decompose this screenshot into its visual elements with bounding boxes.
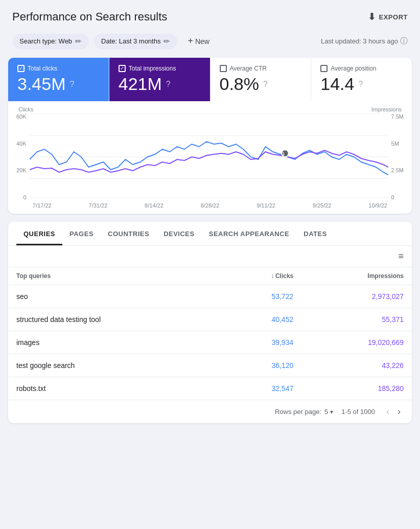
metrics-card: Total clicks 3.45M ? Total impressions 4… [8,58,412,214]
tab-queries[interactable]: QUERIES [16,222,62,245]
query-cell: images [8,331,220,354]
y-left-0: 0 [23,194,26,200]
y-right-75m: 7.5M [391,113,404,120]
export-label: EXPORT [379,13,408,21]
plus-icon: + [188,36,193,47]
table-row: test google search 36,120 43,226 [8,354,412,377]
y-left-40k: 40K [16,141,27,147]
svg-text:1: 1 [282,151,285,156]
query-cell: robots.txt [8,377,220,400]
table-toolbar: ≡ [8,246,412,267]
page-title: Performance on Search results [12,10,167,24]
x-label-6: 10/9/22 [368,202,387,209]
tabs-row: QUERIES PAGES COUNTRIES DEVICES SEARCH A… [8,222,412,246]
total-clicks-help-icon[interactable]: ? [70,80,75,89]
avg-position-label: Average position [331,65,376,72]
tab-devices[interactable]: DEVICES [156,222,202,245]
avg-position-help-icon[interactable]: ? [358,80,363,89]
col-header-impressions: Impressions [301,267,412,285]
metric-avg-position[interactable]: Average position 14.4 ? [311,58,412,101]
queries-table: Top queries ↓ Clicks Impressions seo 53,… [8,267,412,400]
clicks-cell: 36,120 [220,354,301,377]
x-label-1: 7/31/22 [89,202,108,209]
rows-per-page: Rows per page: 5 ▾ [275,408,333,416]
avg-ctr-help-icon[interactable]: ? [263,80,268,89]
date-label: Date: Last 3 months [101,37,160,45]
edit-icon: ✏ [75,37,82,46]
total-clicks-checkbox[interactable] [17,65,25,72]
x-label-4: 9/11/22 [256,202,275,209]
avg-position-value: 14.4 [320,74,354,94]
prev-page-button[interactable]: ‹ [383,405,392,418]
next-page-button[interactable]: › [394,405,404,418]
pagination-range: 1-5 of 1000 [341,408,375,416]
page-navigation: ‹ › [383,405,404,418]
y-right-5m: 5M [391,141,399,147]
edit-icon: ✏ [164,37,170,46]
filter-bar: Search type: Web ✏ Date: Last 3 months ✏… [0,29,420,58]
impressions-cell: 19,020,669 [301,331,412,354]
total-impressions-value: 421M [119,74,162,94]
search-type-filter[interactable]: Search type: Web ✏ [12,34,89,49]
x-label-3: 8/28/22 [201,202,220,209]
total-impressions-checkbox[interactable] [119,65,126,72]
clicks-axis-label: Clicks [18,106,33,112]
tab-dates[interactable]: DATES [296,222,334,245]
export-button[interactable]: ⬇ EXPORT [368,11,408,22]
search-type-label: Search type: Web [19,37,72,45]
tab-search-appearance[interactable]: SEARCH APPEARANCE [202,222,297,245]
tabs-card: QUERIES PAGES COUNTRIES DEVICES SEARCH A… [8,222,412,423]
tab-pages[interactable]: PAGES [62,222,101,245]
tab-countries[interactable]: COUNTRIES [101,222,156,245]
table-filter-button[interactable]: ≡ [398,251,404,262]
rows-per-page-label: Rows per page: [275,408,321,416]
new-button[interactable]: + New [182,33,215,50]
clicks-cell: 32,547 [220,377,301,400]
clicks-cell: 53,722 [220,285,301,308]
chart-area: Clicks Impressions 60K 40K 20K 0 [8,101,412,214]
y-left-20k: 20K [16,167,27,173]
total-impressions-help-icon[interactable]: ? [166,80,171,89]
impressions-cell: 185,280 [301,377,412,400]
impressions-cell: 43,226 [301,354,412,377]
avg-ctr-label: Average CTR [230,65,267,72]
clicks-cell: 40,452 [220,308,301,331]
total-clicks-value: 3.45M [17,74,66,94]
rows-per-page-select[interactable]: 5 ▾ [324,408,333,416]
help-icon[interactable]: ⓘ [400,36,408,46]
metric-avg-ctr[interactable]: Average CTR 0.8% ? [211,58,312,101]
rows-per-page-value: 5 [324,408,328,416]
x-label-5: 9/25/22 [313,202,332,209]
avg-position-checkbox[interactable] [320,65,328,72]
col-header-clicks[interactable]: ↓ Clicks [220,267,301,285]
chevron-down-icon: ▾ [330,408,333,416]
query-cell: test google search [8,354,220,377]
new-label: New [195,37,209,45]
metrics-row: Total clicks 3.45M ? Total impressions 4… [8,58,412,101]
impressions-axis-label: Impressions [371,106,402,112]
line-chart: 1 [30,113,388,200]
metric-total-clicks[interactable]: Total clicks 3.45M ? [8,58,109,101]
total-clicks-label: Total clicks [28,65,57,72]
x-axis-labels: 7/17/22 7/31/22 8/14/22 8/28/22 9/11/22 … [16,200,404,209]
top-header: Performance on Search results ⬇ EXPORT [0,0,420,29]
metric-total-impressions[interactable]: Total impressions 421M ? [109,58,211,101]
table-body: seo 53,722 2,973,027 structured data tes… [8,285,412,400]
last-updated: Last updated: 3 hours ago ⓘ [321,36,408,46]
clicks-cell: 39,934 [220,331,301,354]
col-header-query: Top queries [8,267,220,285]
query-cell: structured data testing tool [8,308,220,331]
x-label-0: 7/17/22 [33,202,52,209]
impressions-cell: 2,973,027 [301,285,412,308]
y-right-25m: 2.5M [391,167,404,173]
filter-icon: ≡ [398,251,404,261]
avg-ctr-checkbox[interactable] [220,65,227,72]
date-filter[interactable]: Date: Last 3 months ✏ [94,34,177,49]
sort-down-icon: ↓ [271,272,274,280]
table-row: structured data testing tool 40,452 55,3… [8,308,412,331]
avg-ctr-value: 0.8% [220,74,260,94]
x-label-2: 8/14/22 [145,202,164,209]
export-icon: ⬇ [368,11,376,22]
query-cell: seo [8,285,220,308]
table-row: robots.txt 32,547 185,280 [8,377,412,400]
